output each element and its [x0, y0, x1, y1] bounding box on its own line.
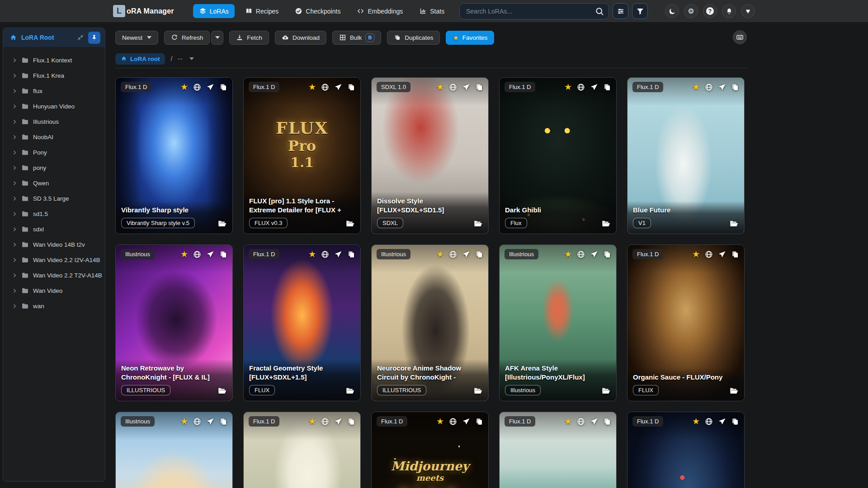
- open-folder-icon[interactable]: [473, 219, 483, 228]
- globe-icon[interactable]: [449, 83, 457, 91]
- lora-card[interactable]: Flux.1 D ★ Blue Future V1: [627, 77, 745, 234]
- favorite-star-icon[interactable]: ★: [308, 250, 316, 258]
- globe-icon[interactable]: [577, 83, 585, 91]
- globe-icon[interactable]: [193, 418, 201, 426]
- send-icon[interactable]: [206, 418, 214, 426]
- help-button[interactable]: ?: [703, 4, 717, 18]
- send-icon[interactable]: [206, 250, 214, 258]
- sidebar-folder-item[interactable]: Pony: [3, 145, 105, 160]
- favorite-star-icon[interactable]: ★: [308, 417, 316, 426]
- copy-icon[interactable]: [603, 250, 611, 258]
- copy-icon[interactable]: [219, 250, 227, 258]
- lora-card[interactable]: MidjourneymeetsFLUX Flux.1 D ★: [371, 412, 489, 488]
- lora-card[interactable]: Illustrious ★: [115, 412, 233, 488]
- theme-toggle-button[interactable]: [665, 4, 679, 18]
- duplicates-button[interactable]: Duplicates: [387, 31, 440, 45]
- nav-tab-embeddings[interactable]: Embeddings: [351, 4, 409, 18]
- bulk-button[interactable]: Bulk B: [332, 31, 381, 45]
- nav-tab-recipes[interactable]: Recipes: [239, 4, 285, 18]
- open-folder-icon[interactable]: [729, 219, 739, 228]
- send-icon[interactable]: [590, 418, 598, 426]
- globe-icon[interactable]: [321, 83, 329, 91]
- breadcrumb-dropdown-icon[interactable]: [189, 57, 194, 60]
- download-button[interactable]: Download: [275, 31, 326, 45]
- sidebar-folder-item[interactable]: Illustrious: [3, 114, 105, 129]
- favorite-star-icon[interactable]: ★: [692, 250, 700, 258]
- copy-icon[interactable]: [347, 250, 355, 258]
- favorite-star-icon[interactable]: ★: [564, 417, 572, 426]
- globe-icon[interactable]: [321, 250, 329, 258]
- sidebar-folder-item[interactable]: NoobAI: [3, 129, 105, 145]
- settings-button[interactable]: ⚙: [684, 4, 698, 18]
- lora-card[interactable]: Flux.1 D ★ Organic Sauce - FLUX/Pony FLU…: [627, 244, 745, 401]
- lora-card[interactable]: Illustrious ★ AFK Arena Style [Illustrio…: [499, 244, 617, 401]
- lora-card[interactable]: SDXL 1.0 ★ Dissolve Style [FLUX+SDXL+SD1…: [371, 77, 489, 234]
- favorite-star-icon[interactable]: ★: [436, 250, 444, 258]
- favorite-star-icon[interactable]: ★: [180, 83, 188, 91]
- open-folder-icon[interactable]: [729, 386, 739, 395]
- globe-icon[interactable]: [577, 418, 585, 426]
- copy-icon[interactable]: [475, 250, 483, 258]
- send-icon[interactable]: [462, 83, 470, 91]
- globe-icon[interactable]: [705, 418, 713, 426]
- globe-icon[interactable]: [449, 250, 457, 258]
- favorite-star-icon[interactable]: ★: [564, 83, 572, 91]
- send-icon[interactable]: [462, 418, 470, 426]
- send-icon[interactable]: [334, 250, 342, 258]
- sidebar-folder-item[interactable]: SD 3.5 Large: [3, 191, 105, 206]
- sidebar-folder-item[interactable]: pony: [3, 160, 105, 175]
- copy-icon[interactable]: [731, 250, 739, 258]
- pin-sidebar-button[interactable]: [88, 32, 100, 44]
- open-folder-icon[interactable]: [601, 386, 611, 395]
- copy-icon[interactable]: [347, 83, 355, 91]
- favorite-star-icon[interactable]: ★: [692, 83, 700, 91]
- lora-card[interactable]: Flux.1 D ★: [627, 412, 745, 488]
- breadcrumb-root[interactable]: LoRA root: [115, 53, 165, 65]
- send-icon[interactable]: [206, 83, 214, 91]
- globe-icon[interactable]: [193, 250, 201, 258]
- open-folder-icon[interactable]: [217, 219, 227, 228]
- send-icon[interactable]: [718, 418, 726, 426]
- search-icon[interactable]: [595, 7, 604, 16]
- filter-button[interactable]: [632, 3, 648, 19]
- favorite-star-icon[interactable]: ★: [564, 250, 572, 258]
- send-icon[interactable]: [334, 418, 342, 426]
- sidebar-folder-item[interactable]: flux: [3, 83, 105, 99]
- sidebar-folder-item[interactable]: Wan Video 14B t2v: [3, 237, 105, 252]
- copy-icon[interactable]: [347, 418, 355, 426]
- open-folder-icon[interactable]: [217, 386, 227, 395]
- copy-icon[interactable]: [475, 418, 483, 426]
- sidebar-header[interactable]: LoRA Root: [3, 28, 105, 47]
- sidebar-folder-item[interactable]: Flux.1 Krea: [3, 68, 105, 83]
- keyboard-shortcuts-button[interactable]: [733, 30, 747, 44]
- lora-card[interactable]: Flux.1 D ★ Dark Ghibli Flux: [499, 77, 617, 234]
- sidebar-folder-item[interactable]: sdxl: [3, 221, 105, 237]
- refresh-button[interactable]: Refresh: [164, 31, 210, 45]
- send-icon[interactable]: [462, 250, 470, 258]
- sidebar-folder-item[interactable]: Wan Video: [3, 283, 105, 298]
- favorite-star-icon[interactable]: ★: [308, 83, 316, 91]
- open-folder-icon[interactable]: [345, 386, 355, 395]
- sidebar-folder-item[interactable]: Wan Video 2.2 T2V-A14B: [3, 267, 105, 283]
- favorite-star-icon[interactable]: ★: [180, 250, 188, 258]
- nav-tab-checkpoints[interactable]: Checkpoints: [289, 4, 346, 18]
- copy-icon[interactable]: [475, 83, 483, 91]
- lora-card[interactable]: FLUXPro1.1 Flux.1 D ★ FLUX [pro] 1.1 Sty…: [243, 77, 361, 234]
- send-icon[interactable]: [590, 250, 598, 258]
- globe-icon[interactable]: [705, 83, 713, 91]
- lora-card[interactable]: Illustrious ★ Neon Retrowave by ChronoKn…: [115, 244, 233, 401]
- globe-icon[interactable]: [705, 250, 713, 258]
- collapse-icon[interactable]: [77, 34, 84, 41]
- notifications-button[interactable]: [722, 4, 736, 18]
- sort-options-button[interactable]: [613, 3, 628, 19]
- open-folder-icon[interactable]: [473, 386, 483, 395]
- open-folder-icon[interactable]: [601, 219, 611, 228]
- search-input[interactable]: [459, 3, 609, 19]
- send-icon[interactable]: [718, 83, 726, 91]
- sidebar-folder-item[interactable]: sd1.5: [3, 206, 105, 221]
- copy-icon[interactable]: [731, 418, 739, 426]
- lora-card[interactable]: Flux.1 D ★: [243, 412, 361, 488]
- favorite-star-icon[interactable]: ★: [180, 417, 188, 426]
- send-icon[interactable]: [590, 83, 598, 91]
- copy-icon[interactable]: [603, 83, 611, 91]
